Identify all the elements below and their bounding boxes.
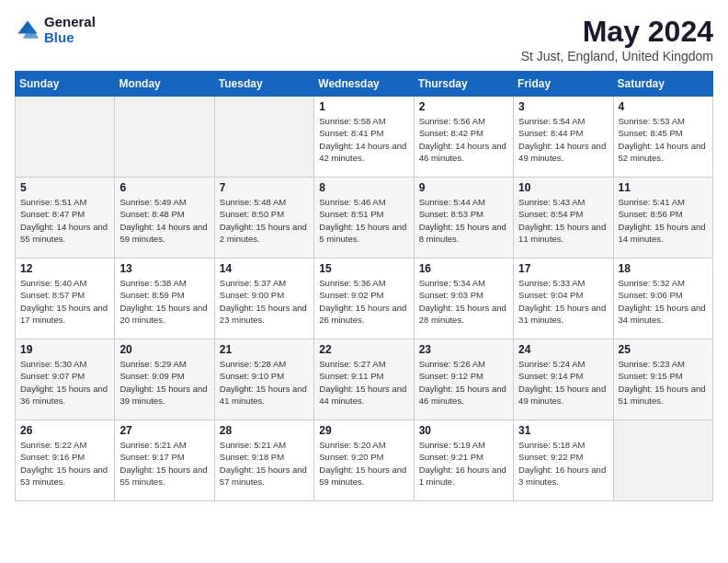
day-number: 7 <box>220 181 309 194</box>
day-number: 3 <box>518 100 608 113</box>
day-number: 10 <box>518 181 608 194</box>
day-info: Sunrise: 5:36 AMSunset: 9:02 PMDaylight:… <box>319 277 408 326</box>
day-number: 31 <box>518 424 608 437</box>
calendar-cell <box>16 97 115 178</box>
calendar-week-4: 19Sunrise: 5:30 AMSunset: 9:07 PMDayligh… <box>16 339 713 420</box>
calendar-cell: 22Sunrise: 5:27 AMSunset: 9:11 PMDayligh… <box>314 339 414 420</box>
day-info: Sunrise: 5:26 AMSunset: 9:12 PMDaylight:… <box>419 358 508 407</box>
calendar-cell: 1Sunrise: 5:58 AMSunset: 8:41 PMDaylight… <box>314 97 414 178</box>
calendar-week-5: 26Sunrise: 5:22 AMSunset: 9:16 PMDayligh… <box>16 420 713 501</box>
day-number: 13 <box>119 262 209 275</box>
logo-text: General Blue <box>44 15 96 45</box>
day-number: 22 <box>319 343 408 356</box>
day-info: Sunrise: 5:41 AMSunset: 8:56 PMDaylight:… <box>619 196 708 245</box>
calendar-cell: 16Sunrise: 5:34 AMSunset: 9:03 PMDayligh… <box>414 259 513 339</box>
day-number: 24 <box>518 343 608 356</box>
day-header-friday: Friday <box>514 72 613 97</box>
day-info: Sunrise: 5:32 AMSunset: 9:06 PMDaylight:… <box>619 277 708 326</box>
day-number: 5 <box>20 181 109 194</box>
day-info: Sunrise: 5:29 AMSunset: 9:09 PMDaylight:… <box>119 358 209 407</box>
day-info: Sunrise: 5:43 AMSunset: 8:54 PMDaylight:… <box>518 196 608 245</box>
day-number: 2 <box>419 100 508 113</box>
calendar-body: 1Sunrise: 5:58 AMSunset: 8:41 PMDaylight… <box>16 97 713 501</box>
location: St Just, England, United Kingdom <box>521 49 713 63</box>
day-number: 29 <box>319 424 408 437</box>
calendar-cell: 24Sunrise: 5:24 AMSunset: 9:14 PMDayligh… <box>514 339 613 420</box>
day-number: 30 <box>419 424 508 437</box>
day-number: 18 <box>619 262 708 275</box>
day-info: Sunrise: 5:21 AMSunset: 9:18 PMDaylight:… <box>220 439 309 488</box>
calendar-cell: 30Sunrise: 5:19 AMSunset: 9:21 PMDayligh… <box>414 420 513 501</box>
calendar-cell: 28Sunrise: 5:21 AMSunset: 9:18 PMDayligh… <box>214 420 313 501</box>
calendar-cell: 31Sunrise: 5:18 AMSunset: 9:22 PMDayligh… <box>514 420 613 501</box>
calendar-cell: 15Sunrise: 5:36 AMSunset: 9:02 PMDayligh… <box>314 259 414 339</box>
day-header-sunday: Sunday <box>16 72 115 97</box>
day-header-saturday: Saturday <box>613 72 712 97</box>
calendar-header-row: SundayMondayTuesdayWednesdayThursdayFrid… <box>16 72 713 97</box>
month-title: May 2024 <box>521 15 713 49</box>
calendar-cell: 7Sunrise: 5:48 AMSunset: 8:50 PMDaylight… <box>214 178 313 259</box>
calendar-cell: 18Sunrise: 5:32 AMSunset: 9:06 PMDayligh… <box>613 259 712 339</box>
day-number: 9 <box>419 181 508 194</box>
day-info: Sunrise: 5:44 AMSunset: 8:53 PMDaylight:… <box>419 196 508 245</box>
day-number: 19 <box>20 343 109 356</box>
day-header-thursday: Thursday <box>414 72 513 97</box>
day-info: Sunrise: 5:53 AMSunset: 8:45 PMDaylight:… <box>619 115 708 164</box>
calendar-cell: 3Sunrise: 5:54 AMSunset: 8:44 PMDaylight… <box>514 97 613 178</box>
day-header-monday: Monday <box>115 72 214 97</box>
day-number: 15 <box>319 262 408 275</box>
day-info: Sunrise: 5:46 AMSunset: 8:51 PMDaylight:… <box>319 196 408 245</box>
calendar-cell: 6Sunrise: 5:49 AMSunset: 8:48 PMDaylight… <box>115 178 214 259</box>
page-header: General Blue May 2024 St Just, England, … <box>15 15 713 63</box>
logo-icon <box>15 17 40 43</box>
day-info: Sunrise: 5:19 AMSunset: 9:21 PMDaylight:… <box>419 439 508 488</box>
day-info: Sunrise: 5:18 AMSunset: 9:22 PMDaylight:… <box>518 439 608 488</box>
calendar-cell: 14Sunrise: 5:37 AMSunset: 9:00 PMDayligh… <box>214 259 313 339</box>
logo: General Blue <box>15 15 96 45</box>
day-number: 8 <box>319 181 408 194</box>
day-number: 4 <box>619 100 708 113</box>
day-info: Sunrise: 5:37 AMSunset: 9:00 PMDaylight:… <box>220 277 309 326</box>
calendar-cell: 11Sunrise: 5:41 AMSunset: 8:56 PMDayligh… <box>613 178 712 259</box>
day-number: 16 <box>419 262 508 275</box>
day-info: Sunrise: 5:51 AMSunset: 8:47 PMDaylight:… <box>20 196 109 245</box>
day-number: 6 <box>119 181 209 194</box>
calendar-cell <box>613 420 712 501</box>
day-number: 1 <box>319 100 408 113</box>
calendar-cell: 10Sunrise: 5:43 AMSunset: 8:54 PMDayligh… <box>514 178 613 259</box>
day-info: Sunrise: 5:34 AMSunset: 9:03 PMDaylight:… <box>419 277 508 326</box>
calendar-cell: 20Sunrise: 5:29 AMSunset: 9:09 PMDayligh… <box>115 339 214 420</box>
day-info: Sunrise: 5:40 AMSunset: 8:57 PMDaylight:… <box>20 277 109 326</box>
calendar-cell: 9Sunrise: 5:44 AMSunset: 8:53 PMDaylight… <box>414 178 513 259</box>
day-header-wednesday: Wednesday <box>314 72 414 97</box>
day-info: Sunrise: 5:48 AMSunset: 8:50 PMDaylight:… <box>220 196 309 245</box>
day-info: Sunrise: 5:38 AMSunset: 8:59 PMDaylight:… <box>119 277 209 326</box>
calendar-cell: 25Sunrise: 5:23 AMSunset: 9:15 PMDayligh… <box>613 339 712 420</box>
day-number: 12 <box>20 262 109 275</box>
calendar-cell: 2Sunrise: 5:56 AMSunset: 8:42 PMDaylight… <box>414 97 513 178</box>
calendar-cell: 13Sunrise: 5:38 AMSunset: 8:59 PMDayligh… <box>115 259 214 339</box>
day-info: Sunrise: 5:21 AMSunset: 9:17 PMDaylight:… <box>119 439 209 488</box>
day-number: 11 <box>619 181 708 194</box>
day-number: 27 <box>119 424 209 437</box>
calendar-cell: 26Sunrise: 5:22 AMSunset: 9:16 PMDayligh… <box>16 420 115 501</box>
day-info: Sunrise: 5:30 AMSunset: 9:07 PMDaylight:… <box>20 358 109 407</box>
day-number: 25 <box>619 343 708 356</box>
calendar-cell: 4Sunrise: 5:53 AMSunset: 8:45 PMDaylight… <box>613 97 712 178</box>
calendar-week-2: 5Sunrise: 5:51 AMSunset: 8:47 PMDaylight… <box>16 178 713 259</box>
day-header-tuesday: Tuesday <box>214 72 313 97</box>
calendar-cell <box>115 97 214 178</box>
logo-general: General <box>44 15 96 30</box>
day-number: 23 <box>419 343 508 356</box>
day-info: Sunrise: 5:56 AMSunset: 8:42 PMDaylight:… <box>419 115 508 164</box>
logo-blue: Blue <box>44 30 96 46</box>
calendar-cell: 23Sunrise: 5:26 AMSunset: 9:12 PMDayligh… <box>414 339 513 420</box>
calendar-cell <box>214 97 313 178</box>
calendar-cell: 17Sunrise: 5:33 AMSunset: 9:04 PMDayligh… <box>514 259 613 339</box>
day-info: Sunrise: 5:22 AMSunset: 9:16 PMDaylight:… <box>20 439 109 488</box>
calendar-week-3: 12Sunrise: 5:40 AMSunset: 8:57 PMDayligh… <box>16 259 713 339</box>
day-number: 20 <box>119 343 209 356</box>
day-number: 17 <box>518 262 608 275</box>
day-info: Sunrise: 5:28 AMSunset: 9:10 PMDaylight:… <box>220 358 309 407</box>
day-info: Sunrise: 5:58 AMSunset: 8:41 PMDaylight:… <box>319 115 408 164</box>
